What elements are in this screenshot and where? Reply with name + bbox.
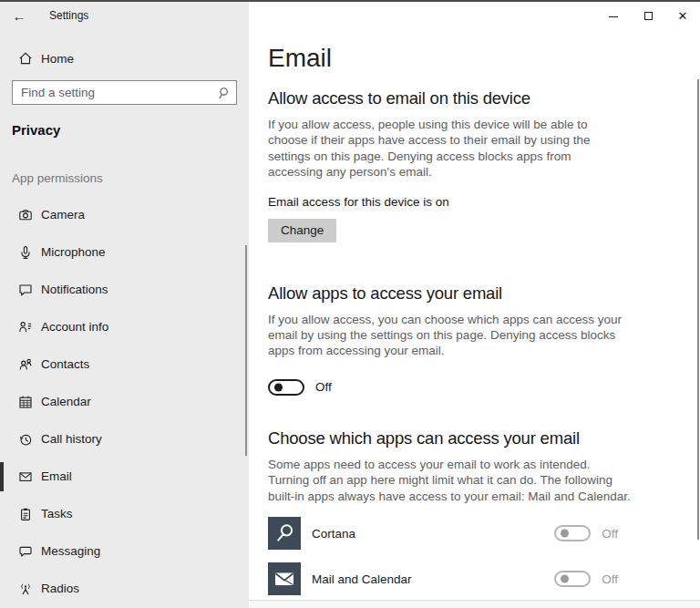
radios-icon — [18, 582, 33, 596]
contacts-icon — [18, 357, 33, 372]
search-box[interactable] — [12, 80, 237, 105]
toggle-knob — [274, 383, 283, 391]
email-icon — [18, 469, 33, 484]
sidebar-item-tasks[interactable]: Tasks — [0, 495, 249, 532]
main-content: Email Allow access to email on this devi… — [249, 29, 700, 608]
titlebar: ← Settings ✕ — [0, 2, 700, 29]
cortana-tile — [268, 517, 301, 550]
sidebar-item-radios[interactable]: Radios — [0, 570, 249, 607]
sidebar-item-microphone[interactable]: Microphone — [0, 233, 249, 271]
calendar-icon — [18, 395, 33, 409]
apps-access-toggle-label: Off — [315, 380, 332, 394]
sidebar-item-label: Camera — [41, 208, 85, 222]
camera-icon — [18, 208, 33, 222]
back-button[interactable]: ← — [4, 2, 35, 29]
bottom-edge — [249, 600, 700, 608]
search-input[interactable] — [21, 86, 217, 99]
window-controls: ✕ — [596, 2, 700, 29]
home-label: Home — [41, 52, 74, 66]
sidebar-item-email[interactable]: Email — [0, 458, 249, 495]
app-name: Mail and Calendar — [312, 572, 412, 586]
sidebar-item-label: Account info — [41, 320, 108, 334]
sidebar-item-label: Radios — [41, 582, 79, 595]
titlebar-left: ← Settings — [0, 2, 249, 29]
back-arrow-icon: ← — [13, 8, 26, 24]
sidebar-nav: Camera Microphone Notifications — [0, 196, 249, 607]
sidebar-item-label: Messaging — [41, 544, 100, 558]
sidebar-item-label: Call history — [41, 432, 102, 446]
apps-access-heading: Allow apps to access your email — [268, 283, 682, 304]
sidebar-item-calendar[interactable]: Calendar — [0, 383, 249, 420]
device-access-description: If you allow access, people using this d… — [268, 117, 622, 180]
change-button[interactable]: Change — [268, 219, 336, 242]
selected-accent-bar — [0, 462, 4, 491]
device-access-heading: Allow access to email on this device — [268, 88, 682, 108]
page-title: Email — [268, 44, 682, 73]
sidebar: Home Privacy App permissions Camera — [0, 29, 249, 608]
close-icon: ✕ — [678, 9, 688, 23]
maximize-icon — [644, 12, 653, 20]
notifications-icon — [18, 283, 33, 297]
call-history-icon — [18, 432, 33, 447]
sidebar-item-camera[interactable]: Camera — [0, 196, 249, 233]
settings-window: ← Settings ✕ Home Privacy App permission… — [0, 0, 700, 608]
sidebar-item-label: Notifications — [41, 283, 108, 296]
app-row-mail-calendar: Mail and Calendar Off — [268, 562, 682, 595]
cortana-toggle[interactable] — [554, 525, 591, 541]
toggle-knob — [561, 530, 569, 538]
apps-access-toggle-row: Off — [268, 379, 682, 396]
device-access-status: Email access for this device is on — [268, 195, 682, 209]
sidebar-item-messaging[interactable]: Messaging — [0, 532, 249, 570]
minimize-icon — [609, 16, 618, 17]
sidebar-item-contacts[interactable]: Contacts — [0, 345, 249, 383]
choose-apps-description: Some apps need to access your email to w… — [268, 457, 631, 504]
sidebar-scrollbar[interactable] — [245, 245, 247, 456]
microphone-icon — [18, 245, 33, 260]
cortana-toggle-label: Off — [602, 527, 618, 541]
sidebar-group-title: App permissions — [12, 171, 249, 185]
mail-calendar-toggle-label: Off — [602, 572, 618, 586]
sidebar-item-call-history[interactable]: Call history — [0, 420, 249, 458]
sidebar-item-home[interactable]: Home — [18, 49, 249, 67]
sidebar-item-notifications[interactable]: Notifications — [0, 271, 249, 308]
sidebar-section-title: Privacy — [12, 122, 249, 138]
app-toggle-group: Off — [554, 571, 618, 587]
main-scrollbar[interactable] — [697, 79, 699, 540]
maximize-button[interactable] — [631, 2, 665, 29]
window-title: Settings — [49, 9, 88, 22]
mail-calendar-icon — [268, 562, 301, 595]
messaging-icon — [18, 544, 33, 559]
app-name: Cortana — [312, 527, 355, 541]
mail-calendar-tile — [268, 562, 301, 595]
home-icon — [18, 51, 33, 66]
sidebar-item-account-info[interactable]: Account info — [0, 308, 249, 345]
close-button[interactable]: ✕ — [665, 2, 700, 29]
sidebar-item-label: Contacts — [41, 357, 89, 371]
apps-access-description: If you allow access, you can choose whic… — [268, 312, 622, 359]
sidebar-item-label: Email — [41, 469, 72, 483]
tasks-icon — [18, 507, 33, 521]
app-toggle-group: Off — [554, 525, 618, 541]
sidebar-item-label: Tasks — [41, 507, 73, 520]
toggle-knob — [561, 575, 569, 583]
apps-access-toggle[interactable] — [268, 379, 304, 396]
choose-apps-heading: Choose which apps can access your email — [268, 428, 682, 448]
account-info-icon — [18, 320, 33, 335]
minimize-button[interactable] — [596, 2, 631, 29]
sidebar-item-label: Microphone — [41, 245, 106, 259]
sidebar-item-label: Calendar — [41, 395, 91, 408]
cortana-icon — [268, 517, 301, 550]
app-row-cortana: Cortana Off — [268, 517, 682, 550]
mail-calendar-toggle[interactable] — [554, 571, 591, 587]
search-icon — [217, 87, 230, 99]
